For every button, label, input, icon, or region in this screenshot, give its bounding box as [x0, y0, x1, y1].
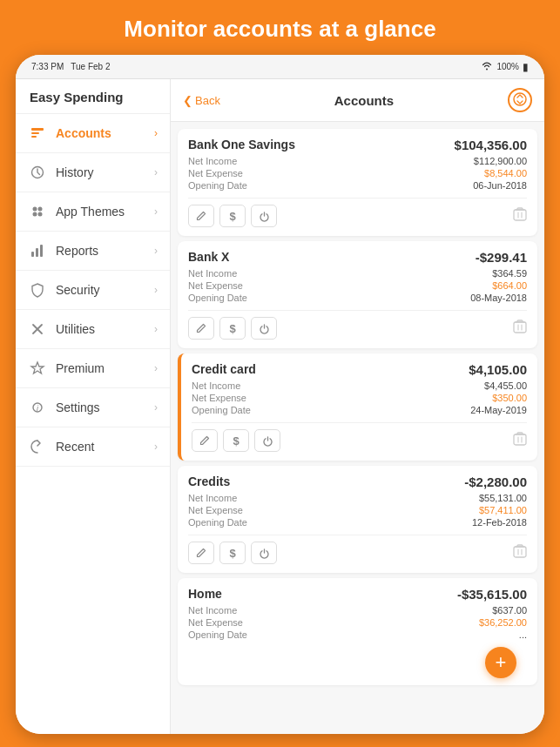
income-label-bank-one-savings: Net Income: [188, 156, 237, 166]
svg-point-4: [33, 207, 37, 212]
account-name-bank-x: Bank X: [188, 250, 229, 264]
chevron-security-icon: ›: [154, 284, 158, 296]
back-label: Back: [195, 94, 220, 107]
power-button-bank-x[interactable]: [251, 317, 277, 340]
date-label-bank-x: Opening Date: [188, 293, 247, 303]
sidebar-item-accounts[interactable]: Accounts ›: [16, 114, 170, 153]
income-label-home: Net Income: [188, 605, 237, 616]
account-name-bank-one-savings: Bank One Savings: [188, 138, 295, 151]
income-value-bank-one-savings: $112,900.00: [474, 156, 527, 166]
chevron-app-themes-icon: ›: [154, 205, 158, 218]
currency-button-credit-card[interactable]: $: [223, 429, 249, 452]
battery-icon: ▮: [523, 61, 529, 73]
power-button-credits[interactable]: [251, 542, 277, 564]
dollar-icon-bank-one-savings: $: [229, 210, 235, 223]
status-bar: 7:33 PM Tue Feb 2 100% ▮: [16, 55, 544, 79]
content-header: ❮ Back Accounts: [171, 79, 544, 122]
settings-icon: i: [28, 398, 47, 417]
account-balance-bank-x: -$299.41: [476, 250, 527, 265]
account-date-row-credits: Opening Date 12-Feb-2018: [188, 517, 527, 528]
chevron-utilities-icon: ›: [154, 323, 158, 335]
edit-button-bank-x[interactable]: [188, 317, 214, 340]
edit-button-bank-one-savings[interactable]: [188, 205, 214, 227]
account-expense-row-credits: Net Expense $57,411.00: [188, 505, 527, 515]
power-button-bank-one-savings[interactable]: [251, 205, 277, 227]
sidebar-item-security[interactable]: Security ›: [16, 271, 170, 310]
delete-button-credit-card[interactable]: [513, 431, 527, 450]
sidebar-item-history[interactable]: History ›: [16, 153, 170, 192]
expense-value-credit-card: $350.00: [492, 393, 527, 403]
edit-button-credits[interactable]: [188, 542, 214, 564]
sidebar-label-accounts: Accounts: [56, 126, 154, 140]
account-income-row-credit-card: Net Income $4,455.00: [192, 380, 527, 391]
delete-button-bank-x[interactable]: [513, 319, 527, 338]
currency-button-bank-x[interactable]: $: [219, 317, 246, 340]
app-layout: Easy Spending Accounts › History › App T…: [16, 79, 544, 734]
accounts-list: Bank One Savings $104,356.00 Net Income …: [171, 122, 544, 734]
account-balance-credit-card: $4,105.00: [469, 362, 527, 377]
reports-icon: [28, 241, 47, 260]
chevron-settings-icon: ›: [154, 401, 158, 414]
expense-label-credits: Net Expense: [188, 505, 243, 515]
sidebar-item-app-themes[interactable]: App Themes ›: [16, 192, 170, 232]
dollar-icon-credit-card: $: [233, 434, 239, 448]
sidebar-label-settings: Settings: [56, 400, 154, 414]
sidebar-item-utilities[interactable]: Utilities ›: [16, 310, 170, 349]
account-balance-home: -$35,615.00: [457, 587, 527, 602]
svg-rect-24: [514, 434, 526, 445]
account-actions-credit-card: $: [192, 422, 527, 452]
account-balance-bank-one-savings: $104,356.00: [455, 138, 527, 152]
expense-value-credits: $57,411.00: [479, 505, 527, 515]
power-button-credit-card[interactable]: [254, 429, 280, 452]
account-actions-bank-one-savings: $: [188, 198, 527, 227]
sidebar-label-reports: Reports: [56, 244, 154, 258]
accounts-icon: [28, 124, 47, 143]
chevron-history-icon: ›: [154, 166, 158, 178]
sidebar-label-security: Security: [56, 283, 154, 297]
delete-button-credits[interactable]: [513, 543, 527, 562]
sidebar-item-reports[interactable]: Reports ›: [16, 232, 170, 271]
chevron-accounts-icon: ›: [154, 127, 158, 139]
income-value-bank-x: $364.59: [492, 268, 527, 279]
currency-button-credits[interactable]: $: [219, 542, 246, 564]
svg-rect-9: [36, 248, 38, 257]
account-header-bank-one-savings: Bank One Savings $104,356.00: [188, 138, 527, 152]
svg-rect-10: [40, 245, 43, 257]
account-expense-row-bank-x: Net Expense $664.00: [188, 280, 527, 291]
account-expense-row-home: Net Expense $36,252.00: [188, 617, 527, 628]
account-header-credit-card: Credit card $4,105.00: [192, 362, 527, 377]
account-balance-credits: -$2,280.00: [464, 474, 527, 489]
svg-rect-2: [31, 136, 37, 138]
account-name-home: Home: [188, 587, 222, 601]
app-themes-icon: [28, 202, 47, 221]
currency-button-bank-one-savings[interactable]: $: [219, 205, 246, 227]
expense-label-bank-x: Net Expense: [188, 280, 243, 291]
account-income-row-bank-x: Net Income $364.59: [188, 268, 527, 279]
device-wrapper: 7:33 PM Tue Feb 2 100% ▮ Easy Spending: [0, 55, 560, 734]
account-date-row-home: Opening Date ...: [188, 629, 527, 640]
date-label-home: Opening Date: [188, 629, 247, 640]
back-button[interactable]: ❮ Back: [183, 94, 220, 107]
sidebar-label-utilities: Utilities: [56, 322, 154, 336]
expense-value-home: $36,252.00: [479, 617, 527, 628]
sidebar-title: Easy Spending: [16, 79, 170, 114]
account-card-bank-x: Bank X -$299.41 Net Income $364.59 Net E…: [178, 241, 537, 348]
sidebar-item-premium[interactable]: Premium ›: [16, 349, 170, 388]
expense-label-bank-one-savings: Net Expense: [188, 168, 243, 178]
sidebar-label-recent: Recent: [56, 440, 154, 454]
account-actions-left-bank-x: $: [188, 317, 277, 340]
account-header-credits: Credits -$2,280.00: [188, 474, 527, 489]
sidebar-item-recent[interactable]: Recent ›: [16, 427, 170, 467]
account-expense-row-bank-one-savings: Net Expense $8,544.00: [188, 168, 527, 178]
delete-button-bank-one-savings[interactable]: [513, 206, 527, 225]
sidebar: Easy Spending Accounts › History › App T…: [16, 79, 171, 734]
account-card-credit-card: Credit card $4,105.00 Net Income $4,455.…: [178, 353, 537, 461]
sort-icon: [513, 92, 527, 109]
date-value-bank-x: 08-May-2018: [470, 293, 527, 303]
edit-button-credit-card[interactable]: [192, 429, 218, 452]
sidebar-label-history: History: [56, 165, 154, 179]
header-action-button[interactable]: [508, 88, 532, 112]
add-account-button[interactable]: +: [485, 647, 516, 678]
sidebar-label-premium: Premium: [56, 361, 154, 375]
sidebar-item-settings[interactable]: i Settings ›: [16, 388, 170, 427]
